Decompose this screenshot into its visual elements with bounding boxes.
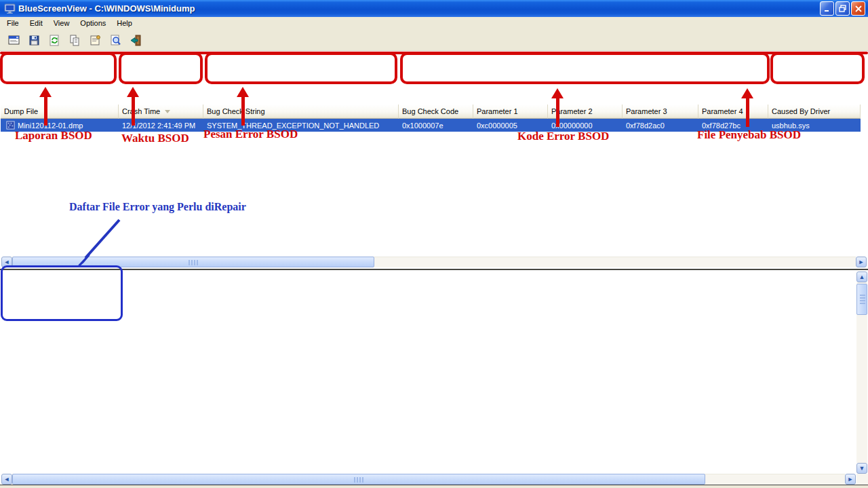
- cell-parameter-3: 0xf78d2ac0: [623, 119, 698, 132]
- sort-arrow-icon: [165, 110, 170, 113]
- column-header-parameter-3[interactable]: Parameter 3: [623, 105, 698, 119]
- red-annotation-box-parameters: [400, 52, 770, 84]
- column-header-label: Caused By Driver: [772, 107, 830, 115]
- restore-button[interactable]: [835, 1, 850, 16]
- annotation-label: File Penyebab BSOD: [697, 128, 801, 142]
- toolbar: [0, 30, 868, 51]
- menu-item-options[interactable]: Options: [75, 17, 111, 30]
- menu-item-help[interactable]: Help: [111, 17, 138, 30]
- column-header-label: Bug Check String: [207, 107, 265, 115]
- upper-scroll-right-button[interactable]: ►: [856, 257, 867, 267]
- blue-annotation-box-filename: [1, 265, 123, 321]
- properties-button[interactable]: [87, 32, 103, 48]
- blue-arrow-down-left: [75, 216, 129, 270]
- menu-item-file[interactable]: File: [1, 17, 24, 30]
- lower-scroll-right-button[interactable]: ►: [845, 474, 856, 485]
- title-bar: BlueScreenView - C:\WINDOWS\Minidump: [0, 0, 868, 17]
- column-header-dump-file[interactable]: Dump File: [1, 105, 119, 119]
- close-icon: [855, 5, 862, 12]
- column-header-label: Parameter 4: [702, 107, 743, 115]
- bluescreenview-window: BlueScreenView - C:\WINDOWS\Minidump Fil…: [0, 0, 868, 488]
- minimize-button[interactable]: [820, 1, 834, 16]
- open-dump-file-icon: [8, 35, 20, 46]
- properties-icon: [90, 35, 101, 46]
- column-header-label: Parameter 3: [626, 107, 667, 115]
- window-title: BlueScreenView - C:\WINDOWS\Minidump: [18, 3, 195, 14]
- driver-list-pane: FilenameAddress In St...From AddressTo A…: [0, 269, 868, 485]
- dump-file-icon: [5, 120, 16, 130]
- copy-selected-button[interactable]: [66, 32, 83, 48]
- save-report-button[interactable]: [26, 32, 42, 48]
- menu-item-view[interactable]: View: [48, 17, 75, 30]
- minimize-icon: [824, 5, 831, 12]
- refresh-icon: [49, 35, 60, 46]
- find-button[interactable]: [107, 32, 123, 48]
- red-annotation-box-caused-by-driver: [770, 52, 865, 84]
- column-header-bug-check-string[interactable]: Bug Check String: [203, 105, 399, 119]
- refresh-button[interactable]: [46, 32, 62, 48]
- red-annotation-box-dump-file: [0, 52, 117, 84]
- red-arrow-up: [237, 87, 249, 126]
- red-arrow-up: [551, 88, 564, 127]
- red-annotation-box-bug-check-string: [205, 52, 397, 84]
- copy-icon: [69, 35, 81, 46]
- save-icon: [28, 35, 40, 46]
- column-header-parameter-1[interactable]: Parameter 1: [473, 105, 548, 119]
- window-bottom-edge: [0, 485, 868, 488]
- column-header-label: Bug Check Code: [402, 107, 458, 115]
- exit-icon: [130, 35, 142, 46]
- menu-bar: FileEditViewOptionsHelp: [0, 17, 868, 30]
- annotation-label: Waktu BSOD: [121, 132, 189, 145]
- column-header-label: Parameter 1: [477, 107, 518, 115]
- lower-scroll-up-button[interactable]: ▲: [856, 271, 867, 282]
- scrollbar-corner: [856, 474, 868, 485]
- column-header-parameter-4[interactable]: Parameter 4: [698, 105, 768, 119]
- red-arrow-up: [741, 88, 753, 127]
- menu-item-edit[interactable]: Edit: [24, 17, 48, 30]
- app-icon: [4, 3, 16, 14]
- red-annotation-box-crash-time: [119, 52, 203, 84]
- lower-hscrollbar-thumb[interactable]: [12, 474, 705, 485]
- annotation-label: Laporan BSOD: [15, 129, 92, 143]
- close-button[interactable]: [851, 1, 865, 16]
- column-header-bug-check-code[interactable]: Bug Check Code: [399, 105, 473, 119]
- annotation-note: Daftar File Error yang Perlu diRepair: [69, 201, 246, 213]
- lower-vscrollbar-thumb[interactable]: [856, 284, 867, 315]
- column-header-label: Dump File: [4, 107, 38, 115]
- restore-icon: [839, 5, 846, 12]
- annotation-label: Pesan Error BSOD: [203, 128, 298, 141]
- red-arrow-up: [39, 87, 52, 126]
- annotation-label: Kode Error BSOD: [517, 130, 609, 143]
- lower-scroll-left-button[interactable]: ◄: [1, 474, 12, 485]
- lower-scroll-down-button[interactable]: ▼: [856, 463, 867, 474]
- find-icon: [110, 35, 121, 46]
- exit-button[interactable]: [127, 32, 144, 48]
- red-arrow-up: [127, 87, 139, 126]
- cell-bug-check-code: 0x1000007e: [399, 119, 473, 132]
- column-header-caused-by-driver[interactable]: Caused By Driver: [768, 105, 861, 119]
- open-dump-file-button[interactable]: [5, 32, 22, 48]
